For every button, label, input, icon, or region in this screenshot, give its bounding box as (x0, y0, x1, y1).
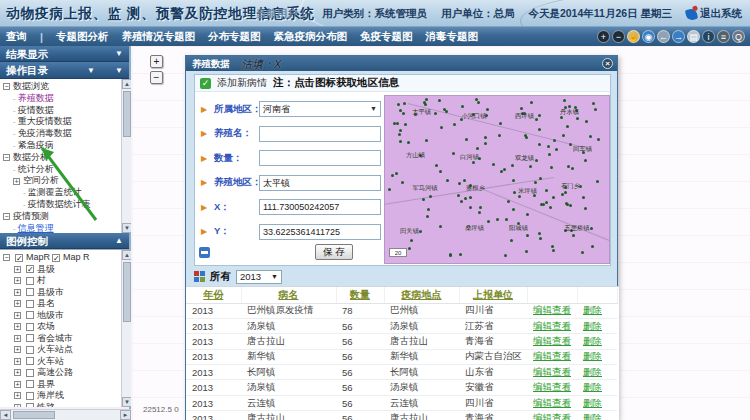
delete-link[interactable]: 删除 (583, 320, 602, 331)
scrollbar-thumb[interactable] (123, 91, 131, 137)
menu-item-5[interactable]: 紧急疫病分布图 (273, 30, 347, 44)
tree-item-1[interactable]: -养殖数据 (0, 93, 121, 105)
expand-icon[interactable]: + (14, 300, 21, 307)
layer-checkbox[interactable] (26, 403, 34, 407)
edit-view-link[interactable]: 编辑查看 (533, 304, 571, 315)
scrollbar-thumb[interactable] (123, 262, 131, 322)
forward-icon[interactable]: → (672, 30, 685, 43)
expand-icon[interactable]: + (14, 323, 21, 330)
search-icon[interactable]: Q (732, 30, 745, 43)
legend-item-5[interactable]: +农场 (0, 321, 121, 333)
edit-view-link[interactable]: 编辑查看 (533, 350, 571, 361)
map-zoom-in-button[interactable]: + (150, 55, 163, 68)
menu-item-2[interactable]: 专题图分析 (56, 30, 109, 44)
edit-view-link[interactable]: 编辑查看 (533, 366, 571, 377)
y-coordinate-input[interactable]: 33.6225361411725 (259, 224, 381, 240)
legend-item-4[interactable]: +地级市 (0, 310, 121, 322)
expand-icon[interactable]: + (13, 178, 20, 185)
tree-item-9[interactable]: -监测覆盖统计 (0, 187, 121, 199)
column-header-4[interactable]: 上报单位 (459, 287, 527, 303)
delete-link[interactable]: 删除 (583, 381, 602, 392)
legend-item-3[interactable]: +县名 (0, 298, 121, 310)
collapse-icon[interactable]: − (3, 213, 10, 220)
close-icon[interactable]: × (602, 58, 613, 69)
column-header-0[interactable]: 年份 (186, 287, 241, 303)
tree-item-6[interactable]: −数据分析 (0, 152, 121, 164)
legend-item-9[interactable]: +高速公路 (0, 367, 121, 379)
column-header-2[interactable]: 数量 (336, 287, 384, 303)
tree-item-10[interactable]: -疫情数据统计表 (0, 199, 121, 211)
layer-checkbox[interactable] (26, 323, 34, 331)
layer-checkbox[interactable] (26, 311, 34, 319)
layer-checkbox[interactable] (26, 392, 34, 400)
expand-icon[interactable]: + (14, 346, 21, 353)
region-select[interactable]: 河南省▼ (259, 101, 381, 117)
tree-item-7[interactable]: -统计分析 (0, 164, 121, 176)
checkbox-Map R[interactable]: ✓ (52, 254, 60, 262)
tree-item-2[interactable]: -疫情数据 (0, 105, 121, 117)
edit-view-link[interactable]: 编辑查看 (533, 412, 571, 420)
layers-icon[interactable]: ▤ (687, 30, 700, 43)
tree-item-11[interactable]: −疫情预测 (0, 211, 121, 223)
year-filter-select[interactable]: 2013 ▼ (236, 270, 282, 284)
menu-item-3[interactable]: 养殖情况专题图 (121, 30, 195, 44)
legend-item-8[interactable]: +火车站 (0, 356, 121, 368)
expand-icon[interactable]: + (14, 266, 21, 273)
delete-link[interactable]: 删除 (583, 366, 602, 377)
tree-item-4[interactable]: -免疫消毒数据 (0, 128, 121, 140)
legend-item-0[interactable]: +✓县级 (0, 264, 121, 276)
edit-view-link[interactable]: 编辑查看 (533, 335, 571, 346)
layer-checkbox[interactable] (26, 277, 34, 285)
legend-control-header[interactable]: 图例控制 ▲ (0, 233, 129, 249)
layer-checkbox[interactable]: ✓ (26, 265, 34, 273)
layer-checkbox[interactable] (26, 300, 34, 308)
chevron-up-icon[interactable]: ▲ (115, 233, 123, 249)
layer-checkbox[interactable] (26, 334, 34, 342)
tree-scrollbar[interactable]: ▲ ▼ (121, 79, 131, 233)
tree-item-3[interactable]: -重大疫情数据 (0, 116, 121, 128)
scroll-down-icon[interactable]: ▼ (122, 223, 131, 233)
edit-view-link[interactable]: 编辑查看 (533, 320, 571, 331)
layer-checkbox[interactable] (26, 369, 34, 377)
delete-link[interactable]: 删除 (583, 350, 602, 361)
collapse-icon[interactable]: − (3, 254, 10, 261)
expand-icon[interactable]: + (14, 392, 21, 399)
zoom-in-icon[interactable]: + (597, 30, 610, 43)
scroll-up-icon[interactable]: ▲ (122, 79, 131, 89)
legend-item-12[interactable]: +铁路 (0, 402, 121, 408)
collapse-icon[interactable]: − (3, 154, 10, 161)
tree-item-12[interactable]: -信息管理 (0, 223, 121, 233)
pan-icon[interactable]: ☝ (627, 30, 640, 43)
legend-item-6[interactable]: +省会城市 (0, 333, 121, 345)
expand-icon[interactable]: + (14, 312, 21, 319)
layer-checkbox[interactable] (26, 357, 34, 365)
scroll-down-icon[interactable]: ▼ (122, 397, 131, 407)
print-icon[interactable]: ≡ (717, 30, 730, 43)
sidebar-hscrollbar[interactable]: ◄ ► (0, 409, 131, 420)
expand-icon[interactable]: + (14, 289, 21, 296)
legend-item-10[interactable]: +县界 (0, 379, 121, 391)
checkbox-MapR[interactable]: ✓ (15, 254, 23, 262)
info-icon[interactable]: i (702, 30, 715, 43)
expand-icon[interactable]: + (14, 358, 21, 365)
tree-item-0[interactable]: −数据浏览 (0, 81, 121, 93)
menu-item-4[interactable]: 分布专题图 (208, 30, 261, 44)
scroll-up-icon[interactable]: ▲ (122, 250, 131, 260)
layer-checkbox[interactable] (26, 288, 34, 296)
legend-item-11[interactable]: +海岸线 (0, 390, 121, 402)
menu-item-0[interactable]: 查询 (6, 30, 27, 44)
logout-button[interactable]: 退出系统 (686, 7, 742, 21)
expand-icon[interactable]: + (14, 404, 21, 407)
globe-icon[interactable]: ◉ (642, 30, 655, 43)
expand-icon[interactable]: + (14, 369, 21, 376)
chevron-down-icon[interactable]: ▼ (87, 62, 95, 79)
region-mini-map[interactable]: 20 太平镇小河口镇西坪镇丹水镇方山镇白河镇双龙镇回车镇军马河镇寨根乡米坪镇石门… (384, 95, 610, 264)
edit-view-link[interactable]: 编辑查看 (533, 381, 571, 392)
legend-root-row[interactable]: −✓MapR✓Map R (0, 252, 121, 264)
operation-directory-header[interactable]: 操作目录 ▼ ▼ (0, 62, 129, 79)
layer-checkbox[interactable] (26, 346, 34, 354)
delete-link[interactable]: 删除 (583, 397, 602, 408)
x-coordinate-input[interactable]: 111.730050242057 (259, 199, 381, 215)
farm-name-input[interactable] (259, 126, 381, 142)
quantity-input[interactable] (259, 150, 381, 166)
